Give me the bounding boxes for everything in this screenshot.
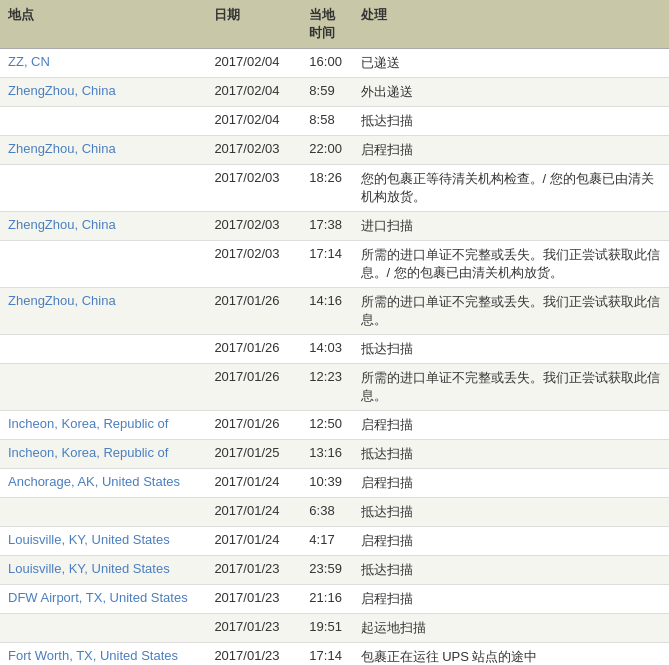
header-status: 处理 — [353, 0, 669, 49]
table-row: Fort Worth, TX, United States2017/01/231… — [0, 643, 669, 666]
cell-time: 21:16 — [301, 585, 352, 614]
table-row: 2017/01/2612:23所需的进口单证不完整或丢失。我们正尝试获取此信息。 — [0, 364, 669, 411]
table-row: DFW Airport, TX, United States2017/01/23… — [0, 585, 669, 614]
cell-location — [0, 241, 206, 288]
cell-date: 2017/02/03 — [206, 212, 301, 241]
cell-time: 12:23 — [301, 364, 352, 411]
header-location: 地点 — [0, 0, 206, 49]
cell-date: 2017/02/04 — [206, 49, 301, 78]
cell-status: 起运地扫描 — [353, 614, 669, 643]
cell-date: 2017/01/25 — [206, 440, 301, 469]
cell-status: 进口扫描 — [353, 212, 669, 241]
cell-status: 抵达扫描 — [353, 335, 669, 364]
cell-status: 抵达扫描 — [353, 498, 669, 527]
cell-time: 16:00 — [301, 49, 352, 78]
cell-status: 启程扫描 — [353, 136, 669, 165]
table-row: 2017/01/246:38抵达扫描 — [0, 498, 669, 527]
tracking-table: 地点 日期 当地 时间 处理 ZZ, CN2017/02/0416:00已递送Z… — [0, 0, 669, 665]
cell-location — [0, 107, 206, 136]
cell-location: Incheon, Korea, Republic of — [0, 440, 206, 469]
cell-location: Fort Worth, TX, United States — [0, 643, 206, 666]
cell-location — [0, 364, 206, 411]
cell-date: 2017/02/03 — [206, 136, 301, 165]
cell-location — [0, 498, 206, 527]
cell-time: 17:14 — [301, 241, 352, 288]
table-row: 2017/02/0318:26您的包裹正等待清关机构检查。/ 您的包裹已由清关机… — [0, 165, 669, 212]
cell-time: 13:16 — [301, 440, 352, 469]
cell-location: Incheon, Korea, Republic of — [0, 411, 206, 440]
cell-status: 抵达扫描 — [353, 107, 669, 136]
cell-time: 6:38 — [301, 498, 352, 527]
cell-date: 2017/02/03 — [206, 165, 301, 212]
cell-date: 2017/01/26 — [206, 411, 301, 440]
cell-time: 8:59 — [301, 78, 352, 107]
cell-status: 启程扫描 — [353, 411, 669, 440]
cell-location[interactable]: ZZ, CN — [0, 49, 206, 78]
cell-status: 外出递送 — [353, 78, 669, 107]
table-row: ZhengZhou, China2017/02/048:59外出递送 — [0, 78, 669, 107]
cell-date: 2017/02/04 — [206, 78, 301, 107]
cell-status: 抵达扫描 — [353, 556, 669, 585]
cell-location: Louisville, KY, United States — [0, 527, 206, 556]
table-row: ZhengZhou, China2017/02/0317:38进口扫描 — [0, 212, 669, 241]
cell-time: 17:38 — [301, 212, 352, 241]
cell-date: 2017/01/23 — [206, 585, 301, 614]
cell-location — [0, 165, 206, 212]
cell-time: 4:17 — [301, 527, 352, 556]
cell-location: ZhengZhou, China — [0, 136, 206, 165]
header-localtime: 当地 时间 — [301, 0, 352, 49]
cell-status: 已递送 — [353, 49, 669, 78]
table-row: ZZ, CN2017/02/0416:00已递送 — [0, 49, 669, 78]
cell-status: 所需的进口单证不完整或丢失。我们正尝试获取此信息。 — [353, 364, 669, 411]
table-row: 2017/02/048:58抵达扫描 — [0, 107, 669, 136]
cell-time: 22:00 — [301, 136, 352, 165]
cell-date: 2017/01/26 — [206, 288, 301, 335]
cell-location: Louisville, KY, United States — [0, 556, 206, 585]
cell-time: 23:59 — [301, 556, 352, 585]
cell-location: ZhengZhou, China — [0, 212, 206, 241]
cell-date: 2017/01/23 — [206, 643, 301, 666]
cell-status: 您的包裹正等待清关机构检查。/ 您的包裹已由清关机构放货。 — [353, 165, 669, 212]
cell-time: 10:39 — [301, 469, 352, 498]
cell-date: 2017/01/24 — [206, 469, 301, 498]
cell-date: 2017/01/26 — [206, 335, 301, 364]
table-row: Louisville, KY, United States2017/01/232… — [0, 556, 669, 585]
cell-status: 包裹正在运往 UPS 站点的途中 — [353, 643, 669, 666]
cell-date: 2017/01/24 — [206, 527, 301, 556]
table-row: Louisville, KY, United States2017/01/244… — [0, 527, 669, 556]
cell-time: 12:50 — [301, 411, 352, 440]
table-row: Incheon, Korea, Republic of2017/01/2612:… — [0, 411, 669, 440]
cell-location: Anchorage, AK, United States — [0, 469, 206, 498]
cell-status: 所需的进口单证不完整或丢失。我们正尝试获取此信息。 — [353, 288, 669, 335]
cell-date: 2017/01/24 — [206, 498, 301, 527]
cell-date: 2017/01/23 — [206, 614, 301, 643]
cell-status: 所需的进口单证不完整或丢失。我们正尝试获取此信息。/ 您的包裹已由清关机构放货。 — [353, 241, 669, 288]
table-row: 2017/01/2614:03抵达扫描 — [0, 335, 669, 364]
table-row: Incheon, Korea, Republic of2017/01/2513:… — [0, 440, 669, 469]
cell-date: 2017/01/23 — [206, 556, 301, 585]
cell-time: 14:16 — [301, 288, 352, 335]
cell-date: 2017/01/26 — [206, 364, 301, 411]
cell-time: 19:51 — [301, 614, 352, 643]
cell-location: ZhengZhou, China — [0, 288, 206, 335]
cell-location — [0, 335, 206, 364]
cell-location — [0, 614, 206, 643]
table-row: ZhengZhou, China2017/02/0322:00启程扫描 — [0, 136, 669, 165]
cell-status: 启程扫描 — [353, 527, 669, 556]
table-row: Anchorage, AK, United States2017/01/2410… — [0, 469, 669, 498]
cell-time: 17:14 — [301, 643, 352, 666]
cell-status: 启程扫描 — [353, 469, 669, 498]
cell-status: 启程扫描 — [353, 585, 669, 614]
cell-location: DFW Airport, TX, United States — [0, 585, 206, 614]
header-date: 日期 — [206, 0, 301, 49]
table-row: 2017/01/2319:51起运地扫描 — [0, 614, 669, 643]
cell-date: 2017/02/03 — [206, 241, 301, 288]
table-row: ZhengZhou, China2017/01/2614:16所需的进口单证不完… — [0, 288, 669, 335]
cell-status: 抵达扫描 — [353, 440, 669, 469]
cell-time: 14:03 — [301, 335, 352, 364]
cell-time: 18:26 — [301, 165, 352, 212]
table-row: 2017/02/0317:14所需的进口单证不完整或丢失。我们正尝试获取此信息。… — [0, 241, 669, 288]
cell-date: 2017/02/04 — [206, 107, 301, 136]
cell-location: ZhengZhou, China — [0, 78, 206, 107]
cell-time: 8:58 — [301, 107, 352, 136]
